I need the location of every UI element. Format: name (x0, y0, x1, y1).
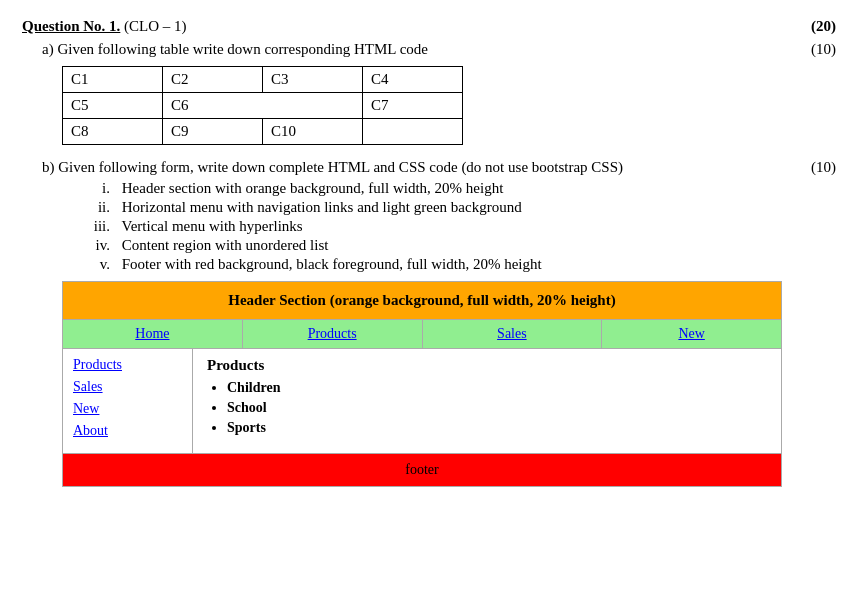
demo-footer: footer (63, 453, 781, 486)
total-marks: (20) (811, 18, 836, 35)
table-cell (363, 119, 463, 145)
table-cell: C10 (263, 119, 363, 145)
nav-link-new[interactable]: New (602, 320, 781, 348)
table-cell: C3 (263, 67, 363, 93)
part-a-text: a) Given following table write down corr… (42, 41, 811, 58)
question-title: Question No. 1. (CLO – 1) (22, 18, 187, 35)
demo-content: Products Children School Sports (193, 349, 781, 453)
content-list: Children School Sports (207, 380, 767, 436)
demo-sidebar: Products Sales New About (63, 349, 193, 453)
nav-link-products[interactable]: Products (243, 320, 423, 348)
html-table: C1 C2 C3 C4 C5 C6 C7 C8 C9 C10 (62, 66, 463, 145)
demo-header: Header Section (orange background, full … (63, 282, 781, 320)
demo-body: Products Sales New About Products Childr… (63, 349, 781, 453)
table-row: C1 C2 C3 C4 (63, 67, 463, 93)
part-a: a) Given following table write down corr… (22, 41, 836, 58)
table-cell: C5 (63, 93, 163, 119)
sidebar-link-about[interactable]: About (73, 423, 182, 439)
list-item: ii. Horizontal menu with navigation link… (82, 199, 836, 216)
nav-link-home[interactable]: Home (63, 320, 243, 348)
demo-container: Header Section (orange background, full … (62, 281, 782, 487)
table-row: C8 C9 C10 (63, 119, 463, 145)
table-cell: C4 (363, 67, 463, 93)
list-item: iv. Content region with unordered list (82, 237, 836, 254)
demo-nav: Home Products Sales New (63, 320, 781, 349)
list-item: Sports (227, 420, 767, 436)
part-a-marks: (10) (811, 41, 836, 58)
sub-items-list: i. Header section with orange background… (22, 180, 836, 273)
table-cell: C7 (363, 93, 463, 119)
part-b-marks: (10) (811, 159, 836, 176)
list-item: School (227, 400, 767, 416)
part-b-header: b) Given following form, write down comp… (22, 159, 836, 176)
table-cell: C2 (163, 67, 263, 93)
sidebar-link-products[interactable]: Products (73, 357, 182, 373)
table-cell: C9 (163, 119, 263, 145)
list-item: iii. Vertical menu with hyperlinks (82, 218, 836, 235)
question-header: Question No. 1. (CLO – 1) (20) (22, 18, 836, 35)
table-cell: C1 (63, 67, 163, 93)
sidebar-link-sales[interactable]: Sales (73, 379, 182, 395)
list-item: Children (227, 380, 767, 396)
sidebar-link-new[interactable]: New (73, 401, 182, 417)
part-b-text: b) Given following form, write down comp… (42, 159, 623, 176)
list-item: v. Footer with red background, black for… (82, 256, 836, 273)
list-item: i. Header section with orange background… (82, 180, 836, 197)
nav-link-sales[interactable]: Sales (423, 320, 603, 348)
table-cell: C8 (63, 119, 163, 145)
table-cell: C6 (163, 93, 363, 119)
content-heading: Products (207, 357, 767, 374)
table-row: C5 C6 C7 (63, 93, 463, 119)
